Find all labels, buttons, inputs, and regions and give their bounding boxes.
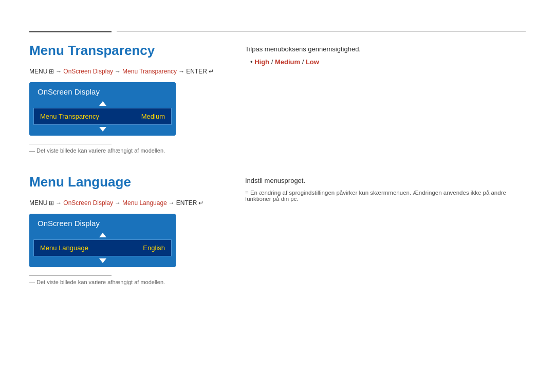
section2-item1: OnScreen Display [63, 199, 113, 207]
section2-menu-row: Menu Language English [33, 239, 172, 256]
section1-image-note: ― Det viste billede kan variere afhængig… [29, 147, 225, 154]
section2-arrow3: → [169, 199, 175, 207]
section2-breadcrumb: MENU ⊞ → OnScreen Display → Menu Languag… [29, 199, 225, 207]
section1-chevron-down-container [29, 125, 176, 136]
option-high: High [254, 58, 269, 66]
section2-footnote: En ændring af sprogindstillingen påvirke… [245, 190, 526, 202]
option-sep1: / [271, 58, 275, 66]
section2-note-divider [29, 275, 112, 276]
section2-arrow1: → [55, 199, 62, 207]
top-divider [29, 31, 526, 32]
section1-note-divider [29, 144, 112, 144]
section1-note-text: Det viste billede kan variere afhængigt … [36, 147, 165, 154]
section1-chevron-up-icon [99, 101, 106, 106]
section-menu-language: Menu Language MENU ⊞ → OnScreen Display … [29, 174, 526, 285]
section1-note-dash: ― [29, 147, 36, 154]
section1-options-item: High / Medium / Low [250, 58, 526, 66]
breadcrumb-arrow1: → [55, 68, 62, 75]
section1-row-label: Menu Transparency [40, 113, 99, 120]
section2-image-note: ― Det viste billede kan variere afhængig… [29, 279, 225, 285]
divider-thin [117, 31, 526, 32]
section1-menu-row: Menu Transparency Medium [33, 108, 172, 125]
section2-row-value: English [143, 244, 165, 252]
section2-note-text: Det viste billede kan variere afhængigt … [36, 279, 165, 285]
section2-chevron-up-container [29, 231, 176, 239]
section2-enter-icon: ↵ [198, 199, 203, 207]
section2-breadcrumb-menu: MENU [29, 199, 47, 207]
section2-menu-box: OnScreen Display Menu Language English [29, 214, 176, 267]
breadcrumb-enter-icon: ↵ [209, 68, 214, 75]
section2-breadcrumb-icon: ⊞ [49, 199, 54, 207]
breadcrumb-enter: ENTER [186, 68, 207, 75]
breadcrumb-arrow2: → [115, 68, 121, 75]
section2-description: Indstil menusproget. [245, 177, 526, 184]
option-low: Low [306, 58, 319, 66]
section2-right: Indstil menusproget. En ændring af sprog… [245, 174, 526, 285]
section2-title: Menu Language [29, 174, 225, 190]
section1-row-value: Medium [141, 113, 165, 120]
section-menu-transparency: Menu Transparency MENU ⊞ → OnScreen Disp… [29, 43, 526, 154]
section1-options-list: High / Medium / Low [250, 58, 526, 66]
section2-row-label: Menu Language [40, 244, 88, 252]
option-sep2: / [302, 58, 306, 66]
breadcrumb-item1: OnScreen Display [63, 68, 113, 75]
section2-left: Menu Language MENU ⊞ → OnScreen Display … [29, 174, 225, 285]
breadcrumb-menu-icon: ⊞ [49, 68, 54, 75]
section2-note-dash: ― [29, 279, 36, 285]
section2-item2: Menu Language [122, 199, 167, 207]
section2-enter: ENTER [176, 199, 197, 207]
section1-chevron-down-icon [99, 127, 106, 132]
section1-right: Tilpas menuboksens gennemsigtighed. High… [245, 43, 526, 154]
section2-chevron-down-container [29, 256, 176, 267]
section1-left: Menu Transparency MENU ⊞ → OnScreen Disp… [29, 43, 225, 154]
option-medium: Medium [275, 58, 300, 66]
section2-chevron-up-icon [99, 233, 106, 237]
section1-description: Tilpas menuboksens gennemsigtighed. [245, 45, 526, 53]
section1-title: Menu Transparency [29, 43, 225, 59]
section1-menu-box-header: OnScreen Display [29, 82, 176, 99]
section2-menu-box-header: OnScreen Display [29, 214, 176, 231]
breadcrumb-menu-label: MENU [29, 68, 47, 75]
section2-chevron-down-icon [99, 258, 106, 263]
section1-menu-box: OnScreen Display Menu Transparency Mediu… [29, 82, 176, 136]
breadcrumb-item2: Menu Transparency [122, 68, 177, 75]
divider-thick [29, 31, 112, 32]
section1-breadcrumb: MENU ⊞ → OnScreen Display → Menu Transpa… [29, 68, 225, 75]
breadcrumb-arrow3: → [178, 68, 184, 75]
section2-arrow2: → [115, 199, 121, 207]
section1-chevron-up-container [29, 99, 176, 108]
